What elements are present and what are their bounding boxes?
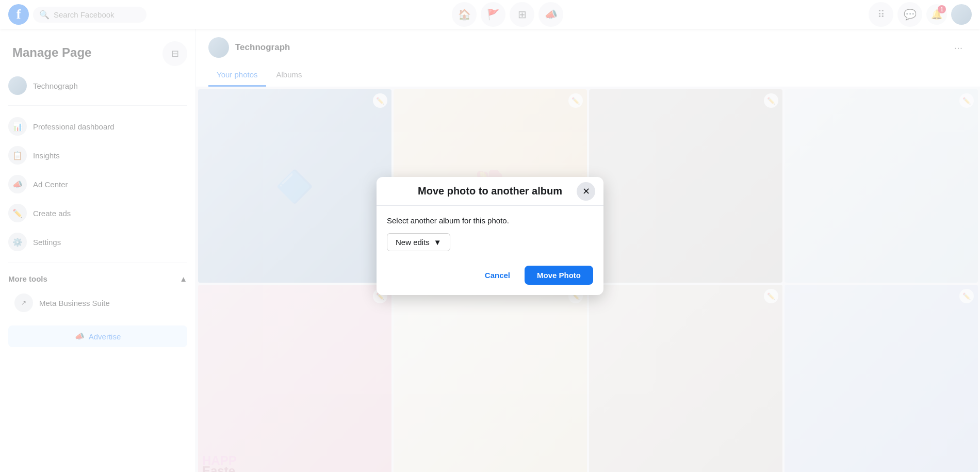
dropdown-chevron-icon: ▼ [434, 238, 442, 247]
modal-title: Move photo to another album [418, 185, 562, 197]
modal-description: Select another album for this photo. [387, 216, 593, 225]
move-photo-button[interactable]: Move Photo [525, 266, 593, 285]
modal-close-button[interactable]: ✕ [577, 182, 595, 201]
album-dropdown-button[interactable]: New edits ▼ [387, 233, 450, 251]
move-photo-modal: Move photo to another album ✕ Select ano… [377, 177, 603, 295]
modal-overlay: Move photo to another album ✕ Select ano… [0, 0, 980, 472]
close-icon: ✕ [582, 186, 590, 197]
modal-footer: Cancel Move Photo [377, 259, 603, 295]
modal-header: Move photo to another album ✕ [377, 177, 603, 206]
album-selected-label: New edits [396, 238, 430, 247]
cancel-button[interactable]: Cancel [477, 267, 518, 284]
modal-body: Select another album for this photo. New… [377, 206, 603, 259]
